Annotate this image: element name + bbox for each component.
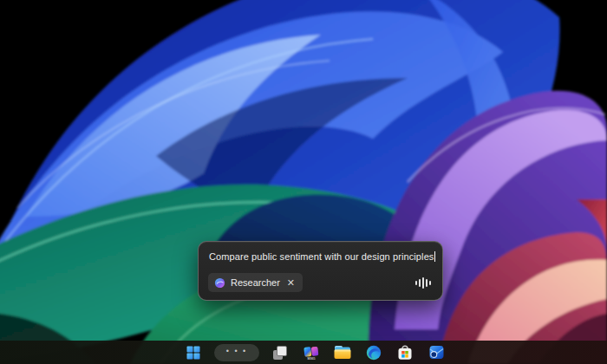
voice-waveform-icon[interactable] (415, 276, 431, 289)
agent-chip-label: Researcher (231, 277, 280, 288)
task-view-button[interactable] (270, 342, 290, 363)
researcher-agent-chip[interactable]: Researcher ✕ (208, 273, 303, 292)
prompt-input[interactable]: Compare public sentiment with our design… (199, 242, 442, 262)
start-button[interactable] (183, 342, 204, 363)
prompt-text: Compare public sentiment with our design… (209, 251, 434, 262)
desktop-wallpaper (0, 0, 607, 364)
edge-app[interactable] (363, 342, 384, 363)
task-view-front-window-icon (277, 346, 287, 356)
search-dots: • • • (226, 348, 247, 358)
store-app[interactable] (395, 342, 415, 363)
text-caret (434, 251, 435, 262)
outlook-app[interactable] (426, 342, 447, 363)
chip-row: Researcher ✕ (208, 273, 303, 292)
chip-close-icon[interactable]: ✕ (287, 278, 295, 288)
folder-icon (334, 345, 351, 360)
svg-text:M365: M365 (308, 357, 316, 361)
search-box[interactable]: • • • (214, 344, 259, 361)
microsoft-store-icon (397, 345, 413, 361)
m365-copilot-icon: M365 (303, 344, 320, 361)
outlook-icon (428, 344, 445, 361)
copilot-icon (214, 277, 225, 289)
copilot-prompt-box[interactable]: Compare public sentiment with our design… (198, 241, 443, 301)
file-explorer-app[interactable] (332, 342, 353, 363)
m365-copilot-app[interactable]: M365 (301, 342, 322, 363)
taskbar-icon-row: • • • (183, 342, 447, 363)
windows-logo-icon (186, 346, 200, 360)
desktop: Compare public sentiment with our design… (0, 0, 607, 364)
edge-browser-icon (366, 345, 382, 361)
taskbar: • • • (0, 341, 607, 364)
